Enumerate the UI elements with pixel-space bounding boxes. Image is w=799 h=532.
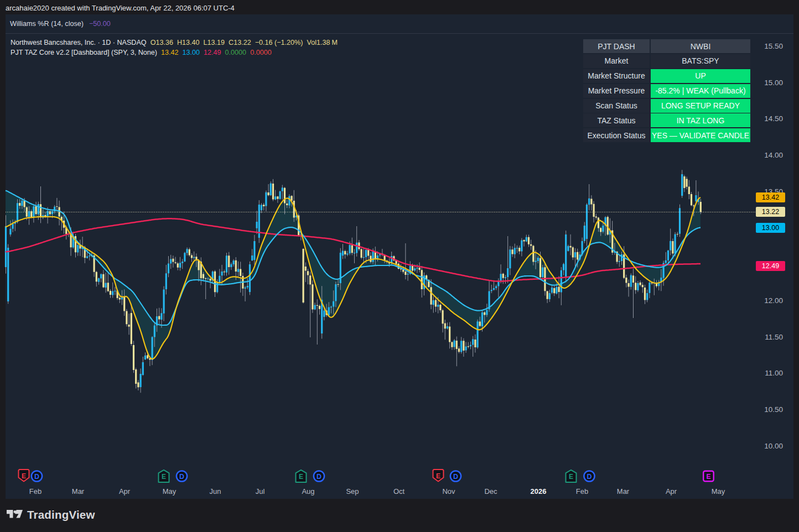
svg-text:E: E: [22, 472, 26, 480]
svg-text:D: D: [317, 473, 321, 481]
svg-text:E: E: [299, 473, 303, 481]
svg-text:E: E: [706, 473, 710, 481]
svg-text:E: E: [569, 473, 573, 481]
svg-text:D: D: [453, 473, 458, 481]
svg-text:D: D: [34, 473, 39, 481]
svg-text:D: D: [587, 473, 592, 481]
svg-text:D: D: [179, 473, 184, 481]
svg-text:E: E: [162, 473, 166, 481]
svg-text:E: E: [436, 472, 440, 480]
